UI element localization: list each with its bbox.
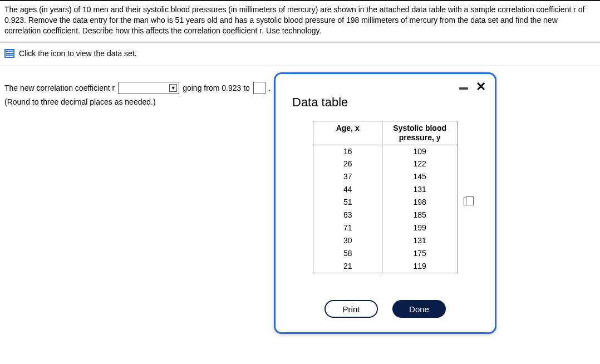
chevron-down-icon: ▼ [169,84,177,92]
data-table: Age, x Systolic blood pressure, y 16109 … [313,121,458,273]
answer-suffix: . [269,83,271,92]
table-row: 26122 [313,158,457,170]
copy-icon[interactable] [464,198,470,205]
table-row: 71199 [313,222,457,234]
table-row: 63185 [313,209,457,222]
close-icon[interactable]: ✕ [476,81,486,93]
direction-select[interactable]: ▼ [118,82,179,94]
done-button[interactable]: Done [392,300,446,318]
new-r-input[interactable] [253,82,265,94]
table-row: 37145 [313,170,457,183]
table-row: 51198 [313,196,457,209]
print-button[interactable]: Print [324,300,378,318]
dataset-link[interactable]: Click the icon to view the data set. [19,49,137,58]
answer-prefix: The new correlation coefficient r [4,83,115,92]
dataset-icon[interactable] [4,49,14,58]
col-header-age: Age, x [313,121,382,145]
table-row: 21119 [313,260,457,273]
data-table-modal: ✕ Data table Age, x Systolic blood press… [274,72,496,334]
minimize-icon[interactable] [459,87,468,90]
answer-mid: going from 0.923 to [183,83,250,92]
table-row: 16109 [313,145,457,158]
col-header-bp: Systolic blood pressure, y [382,121,457,145]
table-row: 30131 [313,234,457,247]
modal-title: Data table [276,93,495,116]
question-text: The ages (in years) of 10 men and their … [0,1,600,42]
table-row: 58175 [313,247,457,260]
table-row: 44131 [313,183,457,196]
